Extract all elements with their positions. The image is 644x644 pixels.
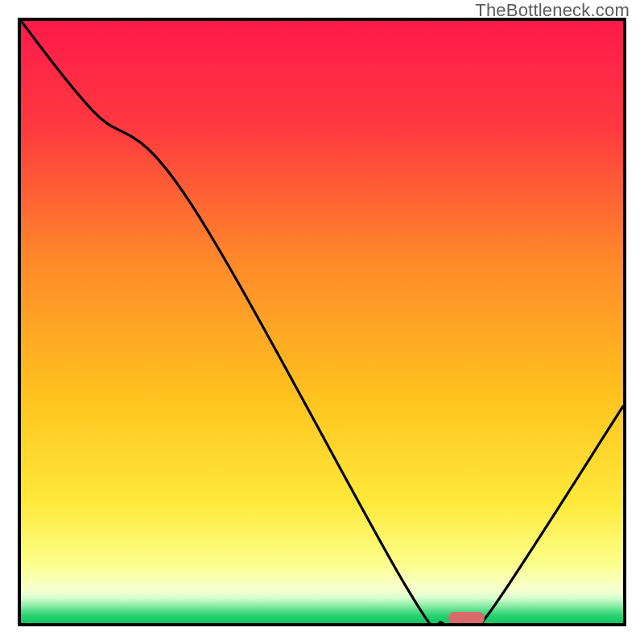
optimal-marker: [448, 612, 485, 623]
chart-background: [21, 21, 623, 623]
bottleneck-chart: [21, 21, 623, 623]
chart-frame: [18, 18, 626, 626]
